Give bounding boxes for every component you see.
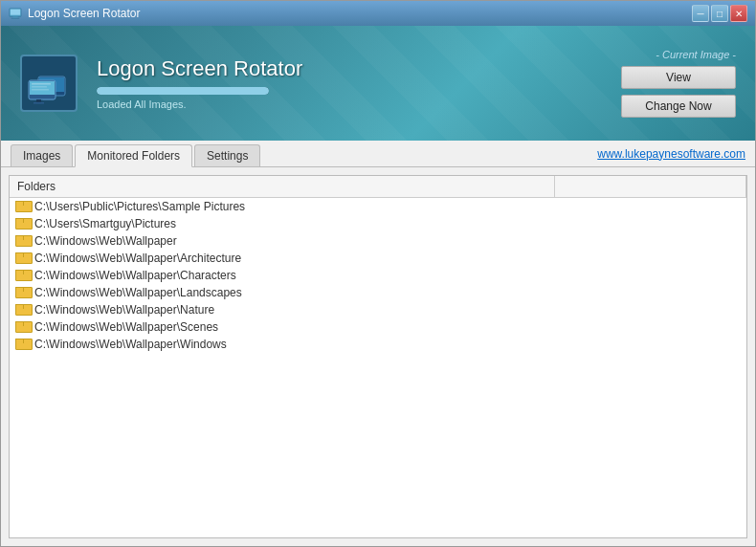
- title-bar-controls: ─ □ ✕: [692, 5, 747, 22]
- minimize-button[interactable]: ─: [692, 5, 709, 22]
- header-right-panel: - Current Image - View Change Now: [621, 49, 736, 118]
- svg-rect-13: [36, 99, 41, 102]
- folder-icon: [15, 252, 31, 265]
- folder-icon: [15, 269, 31, 282]
- folder-icon: [15, 303, 31, 317]
- app-logo: [20, 55, 78, 112]
- progress-bar-container: [97, 87, 269, 95]
- tab-settings[interactable]: Settings: [194, 144, 260, 166]
- header-title-area: Logon Screen Rotator Loaded All Images.: [97, 56, 621, 110]
- tab-bar: Images Monitored Folders Settings www.lu…: [1, 141, 755, 167]
- title-bar-text: Logon Screen Rotator: [28, 7, 140, 20]
- folder-list-item[interactable]: C:\Windows\Web\Wallpaper\Windows: [10, 336, 746, 353]
- progress-bar-fill: [97, 87, 269, 95]
- folder-path: C:\Windows\Web\Wallpaper: [34, 234, 177, 248]
- svg-rect-10: [32, 83, 51, 85]
- folders-table-header: Folders: [10, 176, 746, 198]
- website-link[interactable]: www.lukepaynesoftware.com: [597, 147, 745, 164]
- svg-rect-14: [33, 102, 44, 104]
- app-header: Logon Screen Rotator Loaded All Images. …: [1, 26, 755, 141]
- folders-container: Folders C:\Users\Public\Pictures\Sample …: [9, 175, 747, 538]
- folder-list-item[interactable]: C:\Windows\Web\Wallpaper: [10, 232, 746, 250]
- svg-rect-12: [32, 89, 49, 91]
- tab-images[interactable]: Images: [11, 144, 73, 166]
- folder-path: C:\Users\Smartguy\Pictures: [34, 217, 176, 230]
- tab-content: Folders C:\Users\Public\Pictures\Sample …: [1, 167, 755, 546]
- folders-list[interactable]: C:\Users\Public\Pictures\Sample Pictures…: [10, 198, 746, 537]
- folder-path: C:\Windows\Web\Wallpaper\Windows: [34, 338, 227, 351]
- folder-icon: [15, 338, 31, 351]
- app-window: Logon Screen Rotator ─ □ ✕: [0, 0, 756, 547]
- current-image-label: - Current Image -: [656, 49, 736, 60]
- folder-path: C:\Windows\Web\Wallpaper\Characters: [34, 269, 236, 282]
- folder-path: C:\Users\Public\Pictures\Sample Pictures: [34, 200, 245, 213]
- folder-path: C:\Windows\Web\Wallpaper\Scenes: [34, 320, 218, 334]
- svg-rect-1: [11, 10, 21, 15]
- folder-list-item[interactable]: C:\Users\Public\Pictures\Sample Pictures: [10, 198, 746, 215]
- app-header-title: Logon Screen Rotator: [97, 56, 621, 81]
- folder-path: C:\Windows\Web\Wallpaper\Architecture: [34, 252, 241, 265]
- svg-rect-2: [12, 17, 17, 18]
- folder-icon: [15, 320, 31, 334]
- folder-icon: [15, 200, 31, 213]
- folder-path: C:\Windows\Web\Wallpaper\Nature: [34, 303, 214, 317]
- folder-list-item[interactable]: C:\Windows\Web\Wallpaper\Architecture: [10, 250, 746, 267]
- close-button[interactable]: ✕: [730, 5, 747, 22]
- tab-monitored-folders[interactable]: Monitored Folders: [75, 144, 192, 167]
- svg-rect-11: [32, 86, 47, 88]
- folder-list-item[interactable]: C:\Windows\Web\Wallpaper\Scenes: [10, 318, 746, 336]
- folder-list-item[interactable]: C:\Windows\Web\Wallpaper\Characters: [10, 267, 746, 284]
- folders-column-header: Folders: [10, 176, 555, 197]
- app-title-icon: [9, 7, 22, 20]
- folder-list-item[interactable]: C:\Windows\Web\Wallpaper\Landscapes: [10, 284, 746, 301]
- folder-icon: [15, 286, 31, 299]
- title-bar-left: Logon Screen Rotator: [9, 7, 140, 20]
- folders-column-secondary: [555, 176, 746, 197]
- monitor-icon: [25, 59, 73, 107]
- folder-icon: [15, 217, 31, 230]
- svg-rect-3: [11, 18, 20, 19]
- title-bar: Logon Screen Rotator ─ □ ✕: [1, 1, 755, 26]
- view-button[interactable]: View: [621, 66, 736, 89]
- folder-path: C:\Windows\Web\Wallpaper\Landscapes: [34, 286, 242, 299]
- folder-list-item[interactable]: C:\Windows\Web\Wallpaper\Nature: [10, 301, 746, 318]
- header-status: Loaded All Images.: [97, 98, 621, 110]
- folder-icon: [15, 234, 31, 248]
- folder-list-item[interactable]: C:\Users\Smartguy\Pictures: [10, 215, 746, 232]
- change-now-button[interactable]: Change Now: [621, 95, 736, 118]
- maximize-button[interactable]: □: [711, 5, 728, 22]
